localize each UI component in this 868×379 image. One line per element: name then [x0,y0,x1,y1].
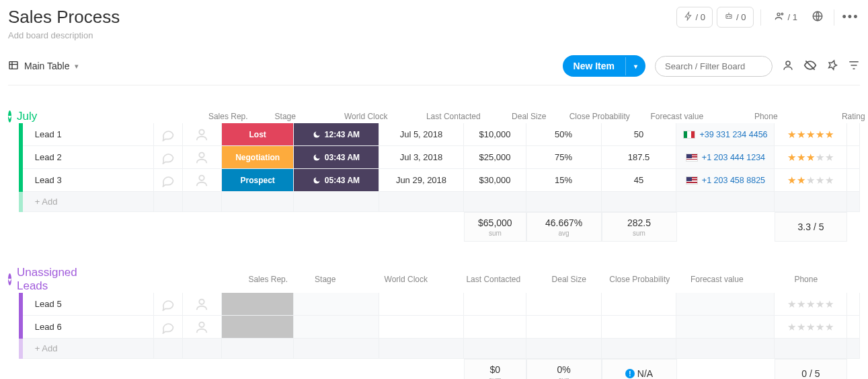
page-title[interactable]: Sales Process [8,7,120,28]
table-row[interactable]: Lead 2Negotiation03:43 AMJul 3, 2018$25,… [19,146,860,169]
more-options-button[interactable]: ••• [841,8,860,27]
forecast-cell[interactable] [602,316,677,339]
column-header[interactable]: Phone [715,112,816,121]
forecast-cell[interactable]: 50 [602,123,677,146]
hide-columns-button[interactable] [803,59,817,74]
summary-deal-size: $0sum [464,359,526,379]
table-row[interactable]: Lead 3Prospect05:43 AMJun 29, 2018$30,00… [19,169,860,192]
sales-rep-cell[interactable] [183,123,222,146]
column-header[interactable]: Forecast value [678,275,756,284]
group-collapse-toggle[interactable]: ▾ [8,273,11,285]
view-switcher[interactable]: Main Table ▾ [8,60,79,73]
close-prob-cell[interactable]: 15% [526,169,602,192]
column-header[interactable]: Close Probability [601,275,678,284]
add-row-button[interactable]: + Add [23,339,154,359]
svg-point-4 [781,13,783,15]
pin-button[interactable] [826,59,838,73]
rating-stars[interactable]: ★★★★★ [787,298,834,310]
updates-button[interactable] [154,169,183,192]
chevron-down-icon[interactable]: ▾ [625,57,645,75]
deal-size-cell[interactable] [464,293,526,316]
column-header[interactable]: Deal Size [497,112,561,121]
table-row[interactable]: Lead 6★★★★★ [19,316,860,339]
phone-link[interactable]: +1 203 444 1234 [702,153,765,162]
updates-button[interactable] [154,146,183,169]
new-item-button[interactable]: New Item ▾ [563,55,645,77]
search-input[interactable] [655,56,773,77]
flag-icon [683,131,695,139]
close-prob-cell[interactable] [526,293,602,316]
board-members[interactable]: / 1 [768,7,804,28]
column-header[interactable]: Sales Rep. [248,275,288,284]
column-header[interactable]: Last Contacted [409,112,497,121]
column-header[interactable]: Close Probability [561,112,638,121]
item-name[interactable]: Lead 5 [23,293,154,316]
board-description[interactable]: Add board description [8,30,120,40]
sales-rep-cell[interactable] [183,293,222,316]
last-contacted-cell[interactable]: Jul 3, 2018 [379,146,465,169]
last-contacted-cell[interactable] [379,293,465,316]
close-prob-cell[interactable]: 75% [526,146,602,169]
filter-button[interactable] [848,59,860,73]
column-header[interactable]: Sales Rep. [208,112,248,121]
column-header[interactable]: World Clock [362,275,450,284]
table-row[interactable]: Lead 1Lost12:43 AMJul 5, 2018$10,00050%5… [19,123,860,146]
world-clock-cell[interactable]: 03:43 AM [294,146,379,168]
forecast-cell[interactable] [602,293,677,316]
rating-stars[interactable]: ★★★★★ [787,129,834,141]
deal-size-cell[interactable] [464,316,526,339]
close-prob-cell[interactable]: 50% [526,123,602,146]
group-title[interactable]: July [17,110,37,123]
item-name[interactable]: Lead 1 [23,123,154,146]
forecast-cell[interactable]: 45 [602,169,677,192]
world-clock-cell[interactable]: 12:43 AM [294,123,379,145]
phone-link[interactable]: +1 203 458 8825 [702,176,765,185]
deal-size-cell[interactable]: $10,000 [464,123,526,146]
svg-point-12 [200,322,204,326]
stage-cell[interactable]: Negotiation [222,146,293,168]
updates-button[interactable] [154,293,183,316]
phone-link[interactable]: +39 331 234 4456 [699,130,767,139]
item-name[interactable]: Lead 2 [23,146,154,169]
summary-forecast: 282.5sum [602,212,677,242]
stage-cell[interactable] [222,316,293,338]
updates-button[interactable] [154,123,183,146]
activity-log-button[interactable] [808,8,827,27]
stage-cell[interactable] [222,293,293,315]
table-row[interactable]: Lead 5★★★★★ [19,293,860,316]
close-prob-cell[interactable] [526,316,602,339]
sales-rep-cell[interactable] [183,146,222,169]
last-contacted-cell[interactable]: Jul 5, 2018 [379,123,465,146]
column-header[interactable]: Phone [756,275,857,284]
automation-badge-2[interactable]: / 0 [717,7,753,28]
person-filter-button[interactable] [782,59,794,73]
deal-size-cell[interactable]: $25,000 [464,146,526,169]
column-header[interactable]: Forecast value [638,112,715,121]
rating-stars[interactable]: ★★★★★ [787,151,834,164]
column-header[interactable]: Stage [248,112,322,121]
rating-stars[interactable]: ★★★★★ [787,321,834,333]
group-title[interactable]: Unassigned Leads [17,266,77,293]
world-clock-cell[interactable]: 05:43 AM [294,169,379,191]
rating-stars[interactable]: ★★★★★ [787,174,834,186]
column-header[interactable]: World Clock [322,112,409,121]
automation-badge-1[interactable]: / 0 [676,7,713,28]
updates-button[interactable] [154,316,183,339]
stage-cell[interactable]: Prospect [222,169,293,191]
deal-size-cell[interactable]: $30,000 [464,169,526,192]
column-header[interactable]: Deal Size [537,275,601,284]
column-header[interactable]: Last Contacted [450,275,537,284]
last-contacted-cell[interactable]: Jun 29, 2018 [379,169,465,192]
column-header[interactable]: Rating [816,112,868,121]
forecast-cell[interactable]: 187.5 [602,146,677,169]
add-row-button[interactable]: + Add [23,192,154,212]
last-contacted-cell[interactable] [379,316,465,339]
sales-rep-cell[interactable] [183,316,222,339]
item-name[interactable]: Lead 6 [23,316,154,339]
item-name[interactable]: Lead 3 [23,169,154,192]
sales-rep-cell[interactable] [183,169,222,192]
column-header[interactable]: Stage [288,275,362,284]
column-header[interactable]: Rating [857,275,868,284]
group-collapse-toggle[interactable]: ▾ [8,110,11,123]
stage-cell[interactable]: Lost [222,123,293,145]
